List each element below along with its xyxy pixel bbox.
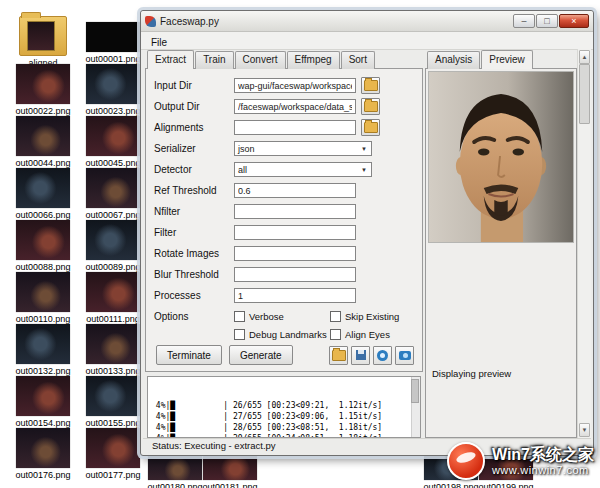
maximize-button[interactable]: □	[536, 14, 558, 28]
console-scrollbar[interactable]	[411, 377, 420, 437]
tab-effmpeg[interactable]: Effmpeg	[287, 51, 340, 69]
checkbox-label: Verbose	[249, 311, 284, 322]
file-item-out00181-png[interactable]: out00181.png	[201, 456, 259, 488]
filter-field[interactable]	[234, 225, 356, 240]
field-label: Ref Threshold	[148, 185, 234, 196]
chevron-down-icon: ▼	[361, 146, 368, 152]
option-debug-landmarks: Debug Landmarks	[234, 329, 326, 340]
file-label: out00180.png	[146, 482, 204, 488]
terminate-button[interactable]: Terminate	[156, 345, 222, 365]
checkbox-label: Align Eyes	[345, 329, 390, 340]
clear-console-button[interactable]	[373, 346, 392, 365]
tab-extract[interactable]: Extract	[147, 50, 194, 69]
field-label: Detector	[148, 164, 234, 175]
preview-tab-panel: Displaying preview	[425, 68, 577, 438]
form-row-rotate-images: Rotate Images	[148, 243, 418, 264]
nfilter-field[interactable]	[234, 204, 356, 219]
folder-icon	[332, 350, 346, 361]
camera-icon	[399, 351, 411, 360]
action-row: Terminate Generate	[148, 345, 418, 367]
align-eyes-checkbox[interactable]	[330, 329, 341, 340]
minimize-button[interactable]: –	[513, 14, 535, 28]
field-label: Nfilter	[148, 206, 234, 217]
titlebar[interactable]: Faceswap.py – □ ×	[141, 11, 593, 32]
generate-button[interactable]: Generate	[229, 345, 293, 365]
alignments-field[interactable]	[234, 120, 356, 135]
folder-icon	[364, 122, 378, 133]
field-label: Blur Threshold	[148, 269, 234, 280]
options-pane: ExtractTrainConvertEffmpegSort Input Dir…	[143, 49, 423, 438]
dropdown-value: all	[238, 165, 361, 175]
console-output[interactable]: 4%|█ | 26/655 [00:23<09:21, 1.12it/s] 4%…	[147, 376, 421, 438]
tab-preview[interactable]: Preview	[481, 50, 533, 69]
console-scroll-thumb[interactable]	[411, 379, 419, 403]
field-label: Input Dir	[148, 80, 234, 91]
open-folder-button[interactable]	[329, 346, 348, 365]
tab-sort[interactable]: Sort	[341, 51, 375, 69]
save-icon	[356, 350, 366, 360]
scrollbar-thumb[interactable]	[579, 64, 590, 124]
form-row-filter: Filter	[148, 222, 418, 243]
field-label: Processes	[148, 290, 234, 301]
face-preview-graphic	[429, 72, 573, 242]
dropdown-value: json	[238, 144, 361, 154]
window-controls: – □ ×	[513, 14, 589, 28]
preview-pane: AnalysisPreview	[423, 49, 577, 438]
window-scrollbar[interactable]: ▲ ▼	[577, 49, 591, 438]
file-label: out00198.png	[422, 482, 480, 488]
console-lines: 4%|█ | 26/655 [00:23<09:21, 1.12it/s] 4%…	[151, 400, 410, 438]
preview-status-text: Displaying preview	[426, 368, 576, 379]
tab-analysis[interactable]: Analysis	[427, 51, 480, 69]
tab-train[interactable]: Train	[195, 51, 233, 69]
alignments-browse-button[interactable]	[361, 119, 380, 136]
preview-image	[428, 71, 574, 243]
file-label: out00199.png	[477, 482, 535, 488]
clear-icon	[377, 350, 388, 361]
console-line: 4%|█ | 28/655 [00:23<08:51, 1.18it/s]	[151, 422, 410, 433]
input-dir-browse-button[interactable]	[361, 77, 380, 94]
processes-field[interactable]	[234, 288, 356, 303]
verbose-checkbox[interactable]	[234, 311, 245, 322]
checkbox-label: Skip Existing	[345, 311, 399, 322]
output-dir-browse-button[interactable]	[361, 98, 380, 115]
serializer-dropdown[interactable]: json▼	[234, 141, 372, 156]
debug-landmarks-checkbox[interactable]	[234, 329, 245, 340]
detector-dropdown[interactable]: all▼	[234, 162, 372, 177]
ref-threshold-field[interactable]	[234, 183, 356, 198]
form-row-processes: Processes	[148, 285, 418, 306]
preview-tabbar: AnalysisPreview	[425, 51, 577, 69]
scroll-up-icon[interactable]: ▲	[579, 50, 590, 64]
console-toolbar	[326, 346, 414, 365]
file-label: out00181.png	[201, 482, 259, 488]
save-console-button[interactable]	[351, 346, 370, 365]
file-item-out00180-png[interactable]: out00180.png	[146, 456, 204, 488]
input-dir-field[interactable]	[234, 78, 356, 93]
form-row-ref-threshold: Ref Threshold	[148, 180, 418, 201]
form-row-alignments: Alignments	[148, 117, 418, 138]
output-dir-field[interactable]	[234, 99, 356, 114]
field-label: Alignments	[148, 122, 234, 133]
main-tabbar: ExtractTrainConvertEffmpegSort	[145, 51, 423, 69]
watermark-title: Win7系统之家	[492, 446, 594, 464]
form-row-serializer: Serializerjson▼	[148, 138, 418, 159]
scroll-down-icon[interactable]: ▼	[579, 423, 590, 437]
field-label: Serializer	[148, 143, 234, 154]
window-body: ExtractTrainConvertEffmpegSort Input Dir…	[143, 49, 591, 438]
close-button[interactable]: ×	[559, 14, 589, 28]
rotate-images-field[interactable]	[234, 246, 356, 261]
menubar: File	[141, 32, 593, 50]
option-align-eyes: Align Eyes	[330, 329, 399, 340]
options-label: Options	[148, 311, 234, 340]
console-line: 4%|█ | 27/655 [00:23<09:06, 1.15it/s]	[151, 411, 410, 422]
image-thumbnail	[148, 456, 202, 480]
snapshot-button[interactable]	[395, 346, 414, 365]
skip-existing-checkbox[interactable]	[330, 311, 341, 322]
image-thumbnail	[203, 456, 257, 480]
window-title: Faceswap.py	[160, 16, 219, 27]
folder-icon	[364, 80, 378, 91]
watermark: Win7系统之家 www.winwin7.com	[447, 442, 594, 480]
blur-threshold-field[interactable]	[234, 267, 356, 282]
tab-convert[interactable]: Convert	[235, 51, 286, 69]
win7-logo-icon	[447, 442, 485, 480]
field-label: Output Dir	[148, 101, 234, 112]
